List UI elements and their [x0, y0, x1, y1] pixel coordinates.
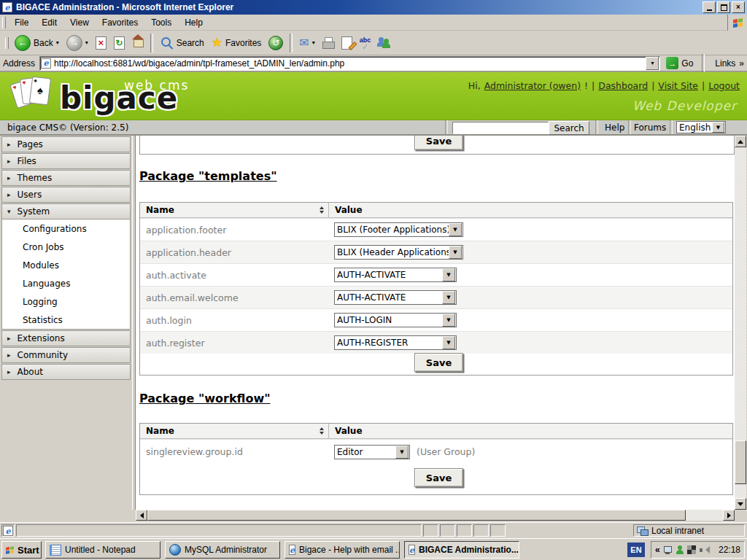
- brand-logo[interactable]: bigace: [60, 84, 178, 113]
- tray-expand-icon[interactable]: «: [655, 545, 660, 555]
- go-icon[interactable]: →: [666, 57, 678, 69]
- volume-tray-icon[interactable]: [700, 545, 708, 554]
- select-auth-register[interactable]: AUTH-REGISTER ▼: [334, 335, 457, 350]
- print-button[interactable]: [319, 32, 338, 54]
- chevron-down-icon: ▼: [442, 291, 455, 304]
- sidebar-item-pages[interactable]: ▸ Pages: [1, 136, 131, 152]
- ie-throbber: [727, 15, 747, 31]
- separator: |: [592, 80, 595, 91]
- vertical-scroll-thumb[interactable]: [735, 440, 746, 484]
- sidebar-item-statistics[interactable]: Statistics: [2, 311, 130, 329]
- messenger-icon: [378, 37, 391, 49]
- menu-edit[interactable]: Edit: [35, 15, 63, 30]
- horizontal-scroll-thumb[interactable]: [147, 510, 686, 521]
- back-button[interactable]: ← Back ▾: [11, 32, 63, 54]
- task-button-mysql[interactable]: MySQL Administrator: [165, 541, 280, 559]
- go-button[interactable]: Go: [681, 58, 693, 69]
- taskbar-clock[interactable]: 22:18: [719, 545, 740, 555]
- visit-site-link[interactable]: Visit Site: [658, 80, 698, 91]
- sidebar-item-configurations[interactable]: Configurations: [2, 219, 130, 238]
- column-header-name[interactable]: Name: [140, 424, 329, 438]
- sidebar-item-system[interactable]: ▾ System: [1, 203, 131, 219]
- task-button-notepad[interactable]: Untitled - Notepad: [45, 541, 160, 559]
- save-button[interactable]: Save: [414, 468, 463, 487]
- save-button[interactable]: Save: [414, 136, 463, 150]
- sidebar-item-extensions[interactable]: ▸ Extensions: [1, 330, 131, 346]
- sidebar-item-cron-jobs[interactable]: Cron Jobs: [2, 238, 130, 256]
- close-button[interactable]: ×: [732, 1, 745, 13]
- sidebar-item-community[interactable]: ▸ Community: [1, 347, 131, 363]
- scroll-left-button[interactable]: [136, 510, 147, 521]
- cms-search-input[interactable]: [452, 122, 549, 134]
- select-application-footer[interactable]: BLIX (Footer Applications) ▼: [334, 222, 463, 237]
- display-tray-icon[interactable]: [687, 545, 696, 554]
- sidebar-item-modules[interactable]: Modules: [2, 256, 130, 274]
- scroll-up-button[interactable]: [735, 136, 746, 147]
- mail-button[interactable]: ✉ ▾: [295, 32, 318, 54]
- links-toolbar[interactable]: Links »: [715, 58, 744, 69]
- search-button[interactable]: Search: [156, 32, 208, 54]
- select-auth-login[interactable]: AUTH-LOGIN ▼: [334, 313, 457, 327]
- sidebar-item-logging[interactable]: Logging: [2, 292, 130, 311]
- cms-search-button[interactable]: Search: [549, 121, 589, 135]
- select-singlereview-group[interactable]: Editor ▼: [334, 445, 410, 459]
- workflow-heading: Package "workflow": [139, 392, 271, 405]
- restore-button[interactable]: [717, 1, 730, 13]
- address-url[interactable]: http://localhost:6881/wd/bigace/admin/tp…: [54, 58, 646, 69]
- select-auth-activate[interactable]: AUTH-ACTIVATE ▼: [334, 268, 457, 282]
- language-indicator[interactable]: EN: [627, 542, 645, 557]
- history-button[interactable]: ↺: [265, 32, 287, 54]
- address-dropdown-button[interactable]: ▼: [646, 57, 659, 70]
- menu-favorites[interactable]: Favorites: [96, 15, 144, 30]
- messenger-tray-icon[interactable]: [676, 545, 684, 555]
- column-header-name[interactable]: Name: [140, 203, 329, 217]
- stop-button[interactable]: ×: [92, 32, 110, 54]
- menu-view[interactable]: View: [63, 15, 96, 30]
- toolbar-separator: [150, 34, 153, 52]
- back-dropdown-icon[interactable]: ▾: [56, 39, 59, 46]
- dashboard-link[interactable]: Dashboard: [598, 80, 648, 91]
- sidebar-item-themes[interactable]: ▸ Themes: [1, 170, 131, 186]
- messenger-button[interactable]: [374, 32, 395, 54]
- sidebar-item-languages[interactable]: Languages: [2, 274, 130, 292]
- menu-file[interactable]: File: [8, 15, 35, 30]
- favorites-button[interactable]: ★ Favorites: [208, 32, 266, 54]
- sidebar-item-files[interactable]: ▸ Files: [1, 153, 131, 169]
- minimize-button[interactable]: [703, 1, 716, 13]
- sort-icon[interactable]: [320, 427, 324, 435]
- forward-button[interactable]: → ▾: [63, 32, 92, 54]
- scroll-right-button[interactable]: [723, 510, 735, 521]
- table-row: application.header BLIX (Header Applicat…: [140, 241, 732, 263]
- spellcheck-button[interactable]: abc✓: [356, 32, 375, 54]
- task-button-bigace-admin[interactable]: e BIGACE Administratio...: [404, 541, 519, 559]
- help-link[interactable]: Help: [605, 122, 624, 133]
- vertical-scrollbar[interactable]: [735, 136, 746, 510]
- home-button[interactable]: [128, 32, 147, 54]
- horizontal-scrollbar[interactable]: [136, 510, 735, 521]
- task-button-bigace-help[interactable]: e Bigace - Help with email ...: [285, 541, 400, 559]
- select-application-header[interactable]: BLIX (Header Applications) ▼: [334, 245, 463, 260]
- sidebar-item-about[interactable]: ▸ About: [1, 364, 131, 380]
- table-row: singlereview.group.id Editor ▼ (User Gro…: [140, 439, 732, 464]
- mail-dropdown-icon[interactable]: ▾: [312, 39, 315, 46]
- network-tray-icon[interactable]: [664, 546, 673, 554]
- refresh-button[interactable]: ↻: [110, 32, 128, 54]
- ie-logo-icon: e: [409, 545, 415, 555]
- edit-button[interactable]: [338, 32, 356, 54]
- address-input[interactable]: e http://localhost:6881/wd/bigace/admin/…: [39, 56, 660, 71]
- select-auth-email-welcome[interactable]: AUTH-ACTIVATE ▼: [334, 290, 457, 305]
- chevron-down-icon: ▼: [449, 223, 462, 236]
- sidebar-item-users[interactable]: ▸ Users: [1, 187, 131, 203]
- scroll-down-button[interactable]: [735, 498, 746, 510]
- forums-link[interactable]: Forums: [634, 122, 666, 133]
- sort-icon[interactable]: [320, 206, 324, 214]
- menu-help[interactable]: Help: [178, 15, 209, 30]
- scrollbar-corner: [735, 510, 746, 521]
- user-link[interactable]: Administrator (owen): [484, 80, 581, 91]
- save-button[interactable]: Save: [414, 353, 463, 372]
- forward-dropdown-icon[interactable]: ▾: [85, 39, 88, 46]
- language-select[interactable]: English ▼: [676, 121, 726, 133]
- menu-tools[interactable]: Tools: [144, 15, 178, 30]
- start-button[interactable]: Start: [1, 541, 42, 559]
- logout-link[interactable]: Logout: [708, 80, 740, 91]
